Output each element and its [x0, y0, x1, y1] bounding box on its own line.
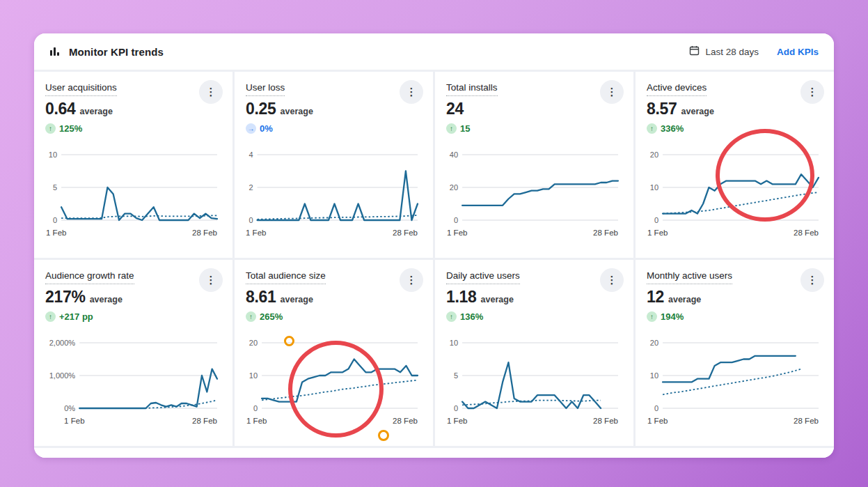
- svg-text:28 Feb: 28 Feb: [192, 229, 217, 237]
- kpi-delta-badge: ↑ 265%: [246, 311, 283, 322]
- svg-text:20: 20: [450, 183, 458, 192]
- svg-text:5: 5: [454, 371, 458, 380]
- svg-text:1 Feb: 1 Feb: [647, 229, 668, 237]
- overflow-menu-button[interactable]: ⋮: [400, 268, 423, 292]
- svg-text:28 Feb: 28 Feb: [192, 417, 217, 425]
- kpi-delta-value: 15: [460, 123, 470, 134]
- overflow-menu-button[interactable]: ⋮: [199, 80, 223, 104]
- kpi-value-row: 12 average: [647, 288, 823, 307]
- trend-arrow-icon: →: [246, 123, 256, 134]
- kpi-delta-value: 136%: [460, 311, 483, 322]
- kpi-delta-value: 265%: [260, 311, 283, 322]
- kpi-value: 8.61: [246, 288, 276, 307]
- svg-text:0: 0: [454, 404, 458, 412]
- kpi-delta-badge: ↑ 15: [446, 123, 470, 134]
- trend-arrow-icon: ↑: [45, 123, 56, 134]
- kpi-value: 217%: [45, 288, 86, 307]
- svg-text:1,000%: 1,000%: [49, 371, 76, 380]
- kpi-value-suffix: average: [681, 107, 714, 116]
- svg-text:28 Feb: 28 Feb: [794, 229, 819, 237]
- date-range-selector[interactable]: Last 28 days: [689, 45, 759, 58]
- dashboard-header: Monitor KPI trends Last 28 days Add KPIs: [34, 33, 834, 70]
- kpi-grid: User acquisitions ⋮ 0.64 average ↑ 125% …: [34, 72, 834, 446]
- svg-text:0%: 0%: [64, 404, 75, 412]
- trend-arrow-icon: ↑: [647, 123, 657, 134]
- kpi-chart: 010201 Feb28 Feb: [246, 333, 422, 438]
- kpi-value-suffix: average: [281, 107, 313, 116]
- kpi-chart: 0%1,000%2,000%1 Feb28 Feb: [45, 333, 221, 438]
- svg-text:4: 4: [248, 150, 253, 159]
- kpi-value: 0.25: [246, 100, 276, 118]
- svg-text:0: 0: [53, 216, 57, 224]
- svg-text:2: 2: [248, 183, 253, 192]
- kpi-title[interactable]: Audience growth rate: [45, 270, 134, 284]
- kpi-value-suffix: average: [668, 295, 701, 304]
- kpi-card: Daily active users ⋮ 1.18 average ↑ 136%…: [435, 260, 633, 446]
- bar-chart-icon: [49, 46, 61, 57]
- svg-text:28 Feb: 28 Feb: [393, 229, 418, 237]
- svg-text:10: 10: [450, 339, 458, 347]
- overflow-menu-button[interactable]: ⋮: [600, 80, 624, 104]
- kpi-card: Total installs ⋮ 24 ↑ 15 020401 Feb28 Fe…: [435, 72, 633, 258]
- kpi-value-suffix: average: [90, 295, 123, 304]
- kpi-value: 12: [647, 288, 664, 307]
- kpi-delta-value: 0%: [260, 123, 273, 134]
- kpi-chart: 05101 Feb28 Feb: [45, 145, 221, 249]
- trend-arrow-icon: ↑: [446, 123, 457, 134]
- svg-text:28 Feb: 28 Feb: [393, 417, 418, 425]
- kpi-delta-badge: ↑ 136%: [446, 311, 483, 322]
- kpi-chart: 010201 Feb28 Feb: [647, 333, 823, 438]
- trend-arrow-icon: ↑: [647, 311, 657, 322]
- kpi-value-row: 0.64 average: [45, 100, 221, 118]
- svg-text:0: 0: [454, 216, 458, 224]
- kpi-delta-badge: ↑ 336%: [647, 123, 684, 134]
- kpi-card: User acquisitions ⋮ 0.64 average ↑ 125% …: [34, 72, 232, 258]
- kpi-chart: 05101 Feb28 Feb: [446, 333, 622, 438]
- svg-text:0: 0: [654, 216, 658, 224]
- overflow-menu-button[interactable]: ⋮: [800, 80, 824, 104]
- trend-arrow-icon: ↑: [45, 311, 56, 322]
- kpi-delta-value: 336%: [661, 123, 684, 134]
- svg-text:0: 0: [248, 216, 253, 224]
- kpi-title[interactable]: Total installs: [446, 82, 498, 96]
- svg-text:20: 20: [249, 339, 258, 347]
- kpi-title[interactable]: Total audience size: [246, 270, 326, 284]
- kpi-title[interactable]: User loss: [246, 82, 285, 96]
- kpi-title[interactable]: User acquisitions: [45, 82, 117, 96]
- kpi-card: Total audience size ⋮ 8.61 average ↑ 265…: [235, 260, 433, 446]
- kpi-value-row: 24: [446, 100, 622, 118]
- kpi-value-row: 8.61 average: [246, 288, 422, 307]
- svg-text:10: 10: [249, 371, 258, 380]
- kpi-value: 24: [446, 100, 464, 118]
- kpi-value-row: 1.18 average: [446, 288, 622, 307]
- add-kpis-button[interactable]: Add KPIs: [777, 47, 819, 57]
- svg-text:1 Feb: 1 Feb: [647, 417, 668, 425]
- svg-text:0: 0: [253, 404, 258, 412]
- kpi-card: Monthly active users ⋮ 12 average ↑ 194%…: [636, 260, 834, 446]
- overflow-menu-button[interactable]: ⋮: [400, 80, 423, 104]
- svg-text:1 Feb: 1 Feb: [246, 417, 267, 425]
- svg-text:28 Feb: 28 Feb: [794, 417, 819, 425]
- kpi-title[interactable]: Active devices: [647, 82, 707, 96]
- date-range-label: Last 28 days: [705, 47, 759, 57]
- overflow-menu-button[interactable]: ⋮: [600, 268, 624, 292]
- overflow-menu-button[interactable]: ⋮: [199, 268, 223, 292]
- svg-text:40: 40: [450, 150, 458, 159]
- kpi-title[interactable]: Monthly active users: [647, 270, 732, 284]
- kpi-delta-badge: → 0%: [246, 123, 273, 134]
- cropped-row: [34, 448, 834, 458]
- kpi-card: Active devices ⋮ 8.57 average ↑ 336% 010…: [636, 72, 834, 258]
- kpi-delta-badge: ↑ 194%: [647, 311, 684, 322]
- kpi-value: 0.64: [45, 100, 76, 118]
- kpi-card: User loss ⋮ 0.25 average → 0% 0241 Feb28…: [235, 72, 433, 258]
- overflow-menu-button[interactable]: ⋮: [800, 268, 824, 292]
- svg-text:1 Feb: 1 Feb: [447, 417, 468, 425]
- svg-text:1 Feb: 1 Feb: [447, 229, 468, 237]
- svg-text:1 Feb: 1 Feb: [246, 229, 267, 237]
- svg-text:2,000%: 2,000%: [49, 339, 76, 347]
- kpi-value: 8.57: [647, 100, 677, 118]
- kpi-delta-badge: ↑ 125%: [45, 123, 82, 134]
- calendar-icon: [689, 45, 700, 58]
- kpi-title[interactable]: Daily active users: [446, 270, 520, 284]
- svg-text:1 Feb: 1 Feb: [64, 417, 85, 425]
